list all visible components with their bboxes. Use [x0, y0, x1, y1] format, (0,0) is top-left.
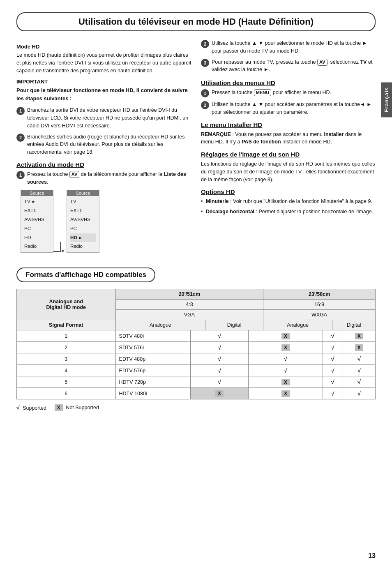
- source-item-hd: HD: [24, 233, 50, 242]
- row-4-a2: √: [323, 365, 343, 376]
- row-6-a1: X: [191, 388, 249, 399]
- source-menu-box-1: Source TV ► EXT1 AV/SVHS PC HD Radio: [21, 190, 53, 253]
- menus-step-1-text: Pressez la touche MENU pour afficher le …: [212, 89, 331, 97]
- activation-step-1: 1 Pressez la touche AV de la télécommand…: [16, 171, 191, 186]
- source-menu-box-2: Source TV EXT1 AV/SVHS PC HD ► Radio: [67, 190, 99, 253]
- row-num-6: 6: [17, 388, 116, 399]
- main-title-box: Utilisation du téléviseur en mode HD (Ha…: [16, 12, 376, 31]
- utilisation-menus-heading: Utilisation des menus HD: [201, 79, 376, 86]
- row-num-4: 4: [17, 365, 116, 376]
- right-step-3-text: Pour repasser au mode TV, pressez la tou…: [212, 58, 376, 74]
- important-body: Pour que le téléviseur fonctionne en mod…: [16, 86, 191, 102]
- row-3-d1: √: [249, 353, 323, 365]
- row-5-d1: X: [249, 376, 323, 388]
- row-5-d2: √: [343, 376, 375, 388]
- menus-step-1-num: 1: [201, 89, 209, 97]
- row-6-d2: √: [343, 388, 375, 399]
- digital-header-2: Digital: [332, 320, 376, 330]
- right-step-2-num: 2: [201, 40, 209, 48]
- row-format-6: HDTV 1080i: [115, 388, 190, 399]
- row-2-a2: √: [323, 342, 343, 353]
- row-6-d1: X: [249, 388, 323, 399]
- wxga-header: WXGA: [263, 310, 376, 320]
- signal-format-header: Signal Format: [17, 320, 116, 330]
- legend: √ Supported X Not Supported: [16, 404, 376, 411]
- activation-heading: Activation du mode HD: [16, 161, 191, 168]
- source-menu-items-1: TV ► EXT1 AV/SVHS PC HD Radio: [21, 196, 53, 252]
- row-3-a2: √: [323, 353, 343, 365]
- source-item-radio: Radio: [24, 242, 50, 251]
- row-1-a1: √: [191, 330, 249, 342]
- step-1: 1 Branchez la sortie DVI de votre récept…: [16, 106, 191, 129]
- av-button-step3: AV: [317, 59, 327, 66]
- language-tab: Français: [381, 82, 392, 117]
- row-2-d1: X: [249, 342, 323, 353]
- source2-item-avsvhs: AV/SVHS: [70, 215, 96, 224]
- right-step-3: 3 Pour repasser au mode TV, pressez la t…: [201, 58, 376, 74]
- row-3-a1: √: [191, 353, 249, 365]
- row-num-5: 5: [17, 376, 116, 388]
- step-1-num: 1: [16, 107, 25, 115]
- source2-item-hd-selected: HD ►: [70, 233, 96, 242]
- options-hd-heading: Options HD: [201, 188, 376, 195]
- step-2-text: Branchezles sorties audio (rouge et blan…: [27, 133, 191, 156]
- activation-step-1-num: 1: [16, 171, 25, 179]
- menu-button-inline: MENU: [254, 89, 271, 96]
- table-row: 3 EDTV 480p √ √ √ √: [17, 353, 376, 365]
- analogue-header-1: Analogue: [115, 320, 205, 330]
- row-2-a1: √: [191, 342, 249, 353]
- row-format-2: SDTV 576i: [115, 342, 190, 353]
- main-title: Utilisation du téléviseur en mode HD (Ha…: [27, 16, 365, 27]
- menu-installer-heading: Le menu Installer HD: [201, 121, 376, 128]
- table-row: 2 SDTV 576i √ X √ X: [17, 342, 376, 353]
- row-2-d2: X: [343, 342, 375, 353]
- menu-installer-remark: REMARQUE : Vous ne pouvez pas accéder au…: [201, 131, 376, 146]
- important-heading: IMPORTANT: [16, 78, 191, 85]
- row-1-d1: X: [249, 330, 323, 342]
- legend-check: √ Supported: [16, 404, 46, 411]
- reglages-heading: Réglages de l'image et du son HD: [201, 151, 376, 158]
- col-20-header: 20'/51cm: [115, 289, 263, 300]
- row-num-2: 2: [17, 342, 116, 353]
- right-column: 2 Utilisez la touche ▲ ▼ pour sélectionn…: [201, 39, 376, 259]
- row-format-1: SDTV 480i: [115, 330, 190, 342]
- options-hd-list: Minuterie : Voir rubrique "Utilisation d…: [201, 198, 376, 216]
- step-1-text: Branchez la sortie DVI de votre récepteu…: [27, 106, 191, 129]
- mode-hd-heading: Mode HD: [16, 44, 191, 50]
- options-hd-item-2: Décalage horizontal : Permet d'ajuster l…: [201, 208, 376, 216]
- row-1-d2: X: [343, 330, 375, 342]
- row-6-a2: √: [323, 388, 343, 399]
- av-button-inline: AV: [69, 171, 79, 178]
- right-step-2-text: Utilisez la touche ▲ ▼ pour sélectionner…: [212, 39, 376, 55]
- compat-table: Analogue andDigital HD mode 20'/51cm 23'…: [16, 289, 376, 399]
- menus-step-2-text: Utilisez la touche ▲ ▼ pour accéder aux …: [212, 101, 376, 116]
- table-row: 1 SDTV 480i √ X √ X: [17, 330, 376, 342]
- source-item-tv: TV ►: [24, 197, 50, 206]
- table-row: 6 HDTV 1080i X X √ √: [17, 388, 376, 399]
- ratio-43: 4:3: [115, 300, 263, 310]
- row-num-1: 1: [17, 330, 116, 342]
- formats-title: Formats d'affichage HD compatibles: [25, 271, 146, 279]
- compat-table-body: 1 SDTV 480i √ X √ X 2 SDTV 576i √ X √ X …: [17, 330, 376, 399]
- hd-mode-header: Analogue andDigital HD mode: [17, 289, 116, 320]
- page-number: 13: [368, 552, 376, 560]
- source-menu-items-2: TV EXT1 AV/SVHS PC HD ► Radio: [67, 196, 99, 252]
- source-menu-header-1: Source: [21, 190, 53, 196]
- legend-cross: X Not Supported: [55, 404, 99, 411]
- table-row: 5 HDTV 720p √ X √ √: [17, 376, 376, 388]
- vga-header: VGA: [115, 310, 263, 320]
- row-4-d2: √: [343, 365, 375, 376]
- source2-item-tv: TV: [70, 197, 96, 206]
- reglages-body: Les fonctions de réglage de l'image et d…: [201, 160, 376, 183]
- source2-item-pc: PC: [70, 224, 96, 233]
- left-column: Mode HD Le mode HD (haute définition) vo…: [16, 39, 191, 259]
- analogue-header-2: Analogue: [263, 320, 332, 330]
- options-hd-item-1: Minuterie : Voir rubrique "Utilisation d…: [201, 198, 376, 205]
- source-menu-header-2: Source: [67, 190, 99, 196]
- table-row: 4 EDTV 576p √ √ √ √: [17, 365, 376, 376]
- source2-item-radio: Radio: [70, 242, 96, 251]
- row-4-a1: √: [191, 365, 249, 376]
- menus-step-2-num: 2: [201, 101, 209, 109]
- row-format-5: HDTV 720p: [115, 376, 190, 388]
- right-step-2: 2 Utilisez la touche ▲ ▼ pour sélectionn…: [201, 39, 376, 55]
